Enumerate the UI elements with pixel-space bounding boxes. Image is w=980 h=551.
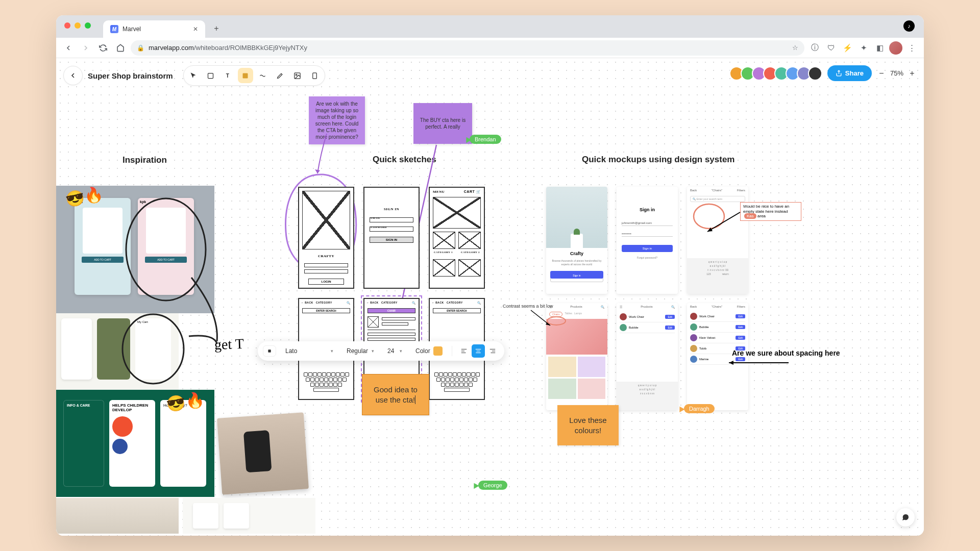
list-item[interactable]: Work ChairEdit [620, 312, 675, 322]
svg-rect-6 [268, 349, 271, 352]
extension-bolt-icon[interactable]: ⚡ [840, 41, 854, 55]
sticky-text: Love these colours! [569, 416, 606, 435]
mockup-crafty-landing[interactable]: Crafty Browse thousands of pieces handcr… [546, 187, 607, 294]
share-icon [836, 70, 842, 77]
text-align-group [457, 344, 499, 358]
section-title-inspiration[interactable]: Inspiration [122, 155, 167, 165]
close-window-icon[interactable] [64, 22, 70, 29]
arrow-icon [704, 210, 745, 236]
shape-tool[interactable] [203, 68, 218, 83]
svg-rect-0 [208, 73, 213, 78]
new-tab-button[interactable]: + [209, 21, 224, 36]
list-item[interactable]: BobbleEdit [620, 322, 675, 333]
handwriting-text[interactable]: get T [214, 336, 244, 353]
chrome-menu-icon[interactable]: ⋮ [904, 41, 919, 55]
wireframe-login[interactable]: CRAFTY LOGIN [298, 187, 354, 289]
reload-button[interactable] [96, 41, 110, 55]
window-controls [64, 22, 91, 29]
bookmark-star-icon[interactable]: ☆ [792, 44, 798, 52]
tool-palette: T [183, 65, 325, 86]
image-tool[interactable] [290, 68, 305, 83]
chrome-tab-strip: M Marvel ✕ + ♪ [56, 15, 924, 38]
shield-icon[interactable]: 🛡 [824, 41, 838, 55]
list-item[interactable]: BobbleEdit [690, 322, 745, 333]
browser-tab[interactable]: M Marvel ✕ [103, 20, 205, 38]
align-center-button[interactable] [472, 344, 485, 358]
whiteboard-canvas[interactable]: Inspiration Quick sketches Quick mockups… [56, 58, 924, 536]
svg-point-20 [122, 314, 184, 384]
wireframe-categories[interactable]: MENU CART 🛒 CATEGORY 1 CATEGORY 2 [429, 187, 485, 289]
frame-tool[interactable] [307, 68, 323, 83]
sticky-text: Good idea to use the cta! [374, 385, 418, 404]
sticky-note[interactable]: The BUY cta here is perfect. A really [413, 103, 472, 144]
extensions-icon[interactable]: ✦ [856, 41, 871, 55]
freehand-circle [546, 316, 567, 326]
wireframe-signin[interactable]: SIGN IN EMAIL PASSWORD SIGN IN [363, 187, 420, 289]
chrome-profile-avatar[interactable] [889, 41, 902, 55]
annotation-text[interactable]: Contrast seems a bit low [503, 304, 553, 309]
document-title[interactable]: Super Shop brainstorm [88, 71, 173, 80]
close-tab-icon[interactable]: ✕ [193, 26, 198, 33]
maximize-window-icon[interactable] [85, 22, 91, 29]
sticky-note-tool[interactable] [238, 68, 253, 83]
sticky-note-selected[interactable]: Good idea to use the cta! [362, 374, 429, 415]
pen-tool[interactable] [273, 68, 288, 83]
collaborator-avatars[interactable] [732, 66, 822, 81]
svg-point-17 [547, 317, 566, 325]
sticky-note[interactable]: Love these colours! [557, 405, 619, 445]
align-right-button[interactable] [486, 344, 499, 358]
address-bar[interactable]: 🔒 marvelapp.com/whiteboard/ROlMBBKkGEj9Y… [131, 40, 804, 56]
collaborator-avatar[interactable] [808, 66, 822, 81]
app-back-button[interactable] [63, 66, 83, 85]
tab-title: Marvel [122, 26, 141, 33]
section-title-mockups[interactable]: Quick mockups using design system [582, 155, 734, 165]
mockup-signin[interactable]: Sign in johnsmith@gmail.com ••••••••• Si… [617, 187, 678, 294]
chat-icon [901, 513, 910, 521]
zoom-level[interactable]: 75% [890, 69, 903, 77]
svg-rect-2 [243, 73, 248, 78]
browser-window: M Marvel ✕ + ♪ 🔒 marvelapp.com/whiteboar… [56, 15, 924, 536]
mockup-products-list[interactable]: ☰Products🔍 Work ChairEditBobbleEdit q w … [617, 303, 678, 410]
select-tool[interactable] [186, 68, 201, 83]
color-picker[interactable]: Color [411, 344, 447, 358]
inspiration-photo[interactable] [217, 412, 309, 494]
home-button[interactable] [113, 41, 128, 55]
zoom-out-button[interactable]: − [877, 69, 886, 78]
svg-text:T: T [226, 73, 229, 79]
sidepanel-icon[interactable]: ◧ [873, 41, 887, 55]
user-cursor: Darragh [678, 404, 715, 413]
cursor-user-name: Brendan [470, 135, 501, 144]
inspiration-photo[interactable] [56, 498, 179, 534]
font-size-select[interactable]: 24▾ [383, 345, 406, 357]
cursor-user-name: Darragh [684, 404, 715, 413]
svg-rect-5 [313, 72, 317, 78]
minimize-window-icon[interactable] [75, 22, 81, 29]
annotation-text[interactable]: Are we sure about spacing here [732, 349, 840, 357]
list-item[interactable]: Work ChairEdit [690, 311, 745, 322]
zoom-controls: − 75% + [877, 69, 917, 78]
text-style-button[interactable] [263, 345, 276, 357]
url-text: marvelapp.com/whiteboard/ROlMBBKkGEj9Yej… [149, 44, 307, 52]
media-control-icon[interactable]: ♪ [903, 20, 915, 32]
zoom-in-button[interactable]: + [908, 69, 917, 78]
site-info-icon[interactable]: ⓘ [807, 41, 822, 55]
connector-tool[interactable] [255, 68, 271, 83]
whiteboard-app: Super Shop brainstorm T Share − 75% [56, 58, 924, 536]
align-left-button[interactable] [457, 344, 471, 358]
arrow-icon [725, 359, 791, 366]
text-tool[interactable]: T [220, 68, 236, 83]
mockup-search-empty[interactable]: Back"Chairs"Filters 🔍 Enter your search … [687, 187, 748, 294]
font-weight-select[interactable]: Regular▾ [342, 345, 378, 357]
list-item[interactable]: Klein VelvetEdit [690, 333, 745, 343]
inspiration-image[interactable]: My Cart [56, 313, 179, 390]
back-button[interactable] [61, 41, 76, 55]
font-family-select[interactable]: Lato▾ [281, 345, 337, 357]
share-label: Share [845, 69, 864, 77]
inspiration-photo[interactable] [183, 498, 315, 534]
freehand-circle [122, 313, 189, 390]
comments-button[interactable] [896, 508, 915, 527]
forward-button[interactable] [79, 41, 93, 55]
share-button[interactable]: Share [827, 65, 872, 81]
sticky-text: The BUY cta here is perfect. A really [419, 117, 467, 130]
annotation-box[interactable]: Would be nice to have an empty state her… [740, 202, 801, 221]
